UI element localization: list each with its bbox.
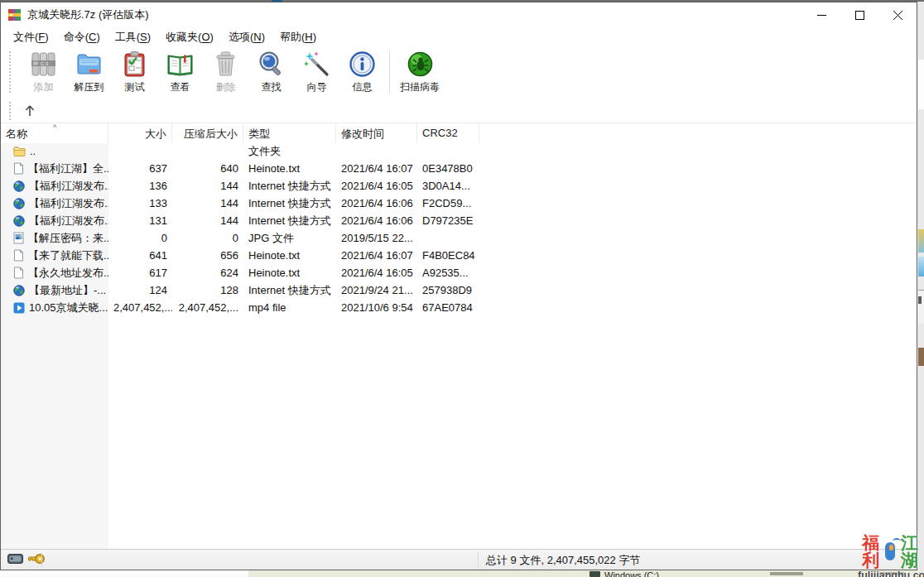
- file-modified-cell: 2021/6/4 16:06: [336, 197, 417, 209]
- column-header-type[interactable]: 类型: [243, 123, 336, 143]
- file-modified-cell: 2019/5/15 22...: [336, 232, 417, 244]
- file-crc-cell: D797235E: [417, 214, 479, 227]
- file-row-8[interactable]: 【最新地址】-...124128Internet 快捷方式2021/9/24 2…: [1, 281, 917, 299]
- toolbar-button-label: 查看: [171, 80, 190, 94]
- addressbar-drag-handle[interactable]: [9, 102, 11, 120]
- file-crc-cell: 67AE0784: [417, 301, 479, 314]
- file-name-cell: 【福利江湖】全...: [1, 161, 108, 176]
- file-name-text: 【永久地址发布...: [28, 266, 108, 281]
- minimize-icon: [817, 11, 826, 20]
- file-row-4[interactable]: 【福利江湖发布...131144Internet 快捷方式2021/6/4 16…: [1, 212, 917, 229]
- file-row-2[interactable]: 【福利江湖发布...136144Internet 快捷方式2021/6/4 16…: [1, 177, 917, 195]
- file-row-0[interactable]: ..文件夹: [1, 142, 917, 160]
- file-row-1[interactable]: 【福利江湖】全...637640Heinote.txt2021/6/4 16:0…: [1, 160, 917, 177]
- info-icon: [349, 50, 376, 78]
- folder-icon: [13, 146, 26, 157]
- statusbar-separator: [41, 552, 42, 567]
- file-packed-cell: 144: [172, 197, 243, 209]
- file-crc-cell: 257938D9: [417, 284, 479, 296]
- file-row-3[interactable]: 【福利江湖发布...133144Internet 快捷方式2021/6/4 16…: [1, 195, 917, 212]
- file-row-5[interactable]: 【解压密码：来...00JPG 文件2019/5/15 22...: [1, 229, 917, 247]
- menu-item-4[interactable]: 选项(N): [221, 27, 272, 47]
- menu-item-5[interactable]: 帮助(H): [272, 27, 324, 47]
- file-crc-cell: A92535...: [417, 267, 479, 279]
- address-bar: [1, 99, 917, 123]
- background-fragment: [918, 296, 922, 304]
- toolbar-button-label: 测试: [125, 80, 145, 94]
- text-file-icon: [13, 267, 24, 279]
- file-crc-cell: 3D0A14...: [417, 180, 479, 192]
- background-fragment: [248, 570, 924, 577]
- menu-item-2[interactable]: 工具(S): [108, 27, 158, 47]
- file-row-7[interactable]: 【永久地址发布...617624Heinote.txt2021/6/4 16:0…: [1, 264, 917, 281]
- file-type-cell: Internet 快捷方式: [243, 283, 336, 298]
- close-button[interactable]: [878, 2, 917, 27]
- toolbar-button-label: 解压到: [75, 80, 104, 94]
- test-button[interactable]: 测试: [112, 46, 157, 94]
- add-button: C:3 添加: [21, 46, 66, 94]
- file-type-cell: Heinote.txt: [243, 267, 336, 279]
- toolbar: C:3 添加 解压到: [1, 46, 917, 99]
- file-size-cell: 2,407,452,...: [108, 301, 172, 314]
- find-magnifier-icon: [257, 50, 285, 78]
- file-packed-cell: 624: [172, 267, 243, 279]
- file-size-cell: 641: [108, 249, 172, 262]
- file-type-cell: JPG 文件: [243, 231, 336, 246]
- file-rows: ..文件夹【福利江湖】全...637640Heinote.txt2021/6/4…: [1, 142, 917, 316]
- menu-item-1[interactable]: 命令(C): [56, 27, 108, 47]
- file-crc-cell: F2CD59...: [417, 197, 479, 209]
- key-icon[interactable]: [27, 553, 46, 565]
- menu-item-0[interactable]: 文件(F): [6, 27, 56, 47]
- mouse-icon: [885, 542, 894, 560]
- background-taskbar-sliver: Windows (C:): [0, 570, 924, 577]
- disk-icon[interactable]: [7, 553, 23, 565]
- column-header-crc32[interactable]: CRC32: [417, 123, 479, 143]
- column-header-size[interactable]: 大小: [108, 123, 172, 143]
- file-name-text: ..: [30, 145, 36, 157]
- file-size-cell: 133: [108, 197, 172, 209]
- minimize-button[interactable]: [802, 2, 840, 27]
- extract-button[interactable]: 解压到: [66, 46, 112, 94]
- file-name-cell: 【解压密码：来...: [1, 231, 108, 246]
- up-arrow-icon[interactable]: [23, 104, 36, 118]
- file-row-6[interactable]: 【来了就能下载...641656Heinote.txt2021/6/4 16:0…: [1, 247, 917, 264]
- file-size-cell: 0: [108, 232, 172, 244]
- drive-icon: [590, 571, 600, 577]
- delete-button: 删除: [203, 46, 248, 94]
- file-modified-cell: 2021/10/6 9:54: [336, 301, 417, 314]
- wizard-button[interactable]: 向导: [294, 46, 339, 94]
- file-type-cell: Internet 快捷方式: [243, 214, 336, 228]
- column-header-modified[interactable]: 修改时间: [336, 123, 417, 143]
- file-row-9[interactable]: 10.05京城关晓...2,407,452,...2,407,452,...mp…: [1, 299, 917, 316]
- toolbar-button-label: 信息: [353, 80, 373, 94]
- file-name-cell: 10.05京城关晓...: [1, 301, 108, 315]
- file-name-text: 【福利江湖发布...: [29, 179, 108, 194]
- column-header-packed[interactable]: 压缩后大小: [172, 123, 243, 143]
- toolbar-button-label: 查找: [262, 80, 282, 94]
- file-crc-cell: F4B0EC84: [417, 249, 479, 262]
- file-name-cell: 【福利江湖发布...: [1, 214, 108, 228]
- info-button[interactable]: 信息: [339, 46, 385, 94]
- file-type-cell: 文件夹: [243, 144, 336, 159]
- url-shortcut-icon: [13, 285, 25, 296]
- file-modified-cell: 2021/9/24 21...: [336, 284, 417, 296]
- column-header-row: 名称 大小 压缩后大小 类型 修改时间 CRC32 ^: [1, 123, 917, 143]
- toolbar-button-label: 扫描病毒: [400, 80, 440, 94]
- toolbar-drag-handle[interactable]: [9, 51, 11, 93]
- status-total-text: 总计 9 文件, 2,407,455,022 字节: [486, 553, 640, 568]
- toolbar-button-label: 向导: [307, 80, 327, 94]
- file-name-text: 【福利江湖发布...: [29, 214, 108, 228]
- virus-scan-button[interactable]: 扫描病毒: [394, 46, 445, 94]
- background-fragment: [918, 229, 924, 252]
- title-bar[interactable]: 京城关晓彤.7z (评估版本): [1, 2, 917, 27]
- maximize-button[interactable]: [840, 2, 878, 27]
- file-modified-cell: 2021/6/4 16:07: [336, 249, 417, 262]
- menu-item-3[interactable]: 收藏夹(O): [158, 27, 221, 47]
- jpg-file-icon: [13, 232, 24, 244]
- background-fragment: [918, 257, 924, 276]
- view-button[interactable]: 查看: [157, 46, 203, 94]
- extract-folder-icon: [75, 50, 103, 78]
- file-size-cell: 124: [108, 284, 172, 296]
- file-packed-cell: 2,407,452,...: [172, 301, 243, 314]
- find-button[interactable]: 查找: [248, 46, 294, 94]
